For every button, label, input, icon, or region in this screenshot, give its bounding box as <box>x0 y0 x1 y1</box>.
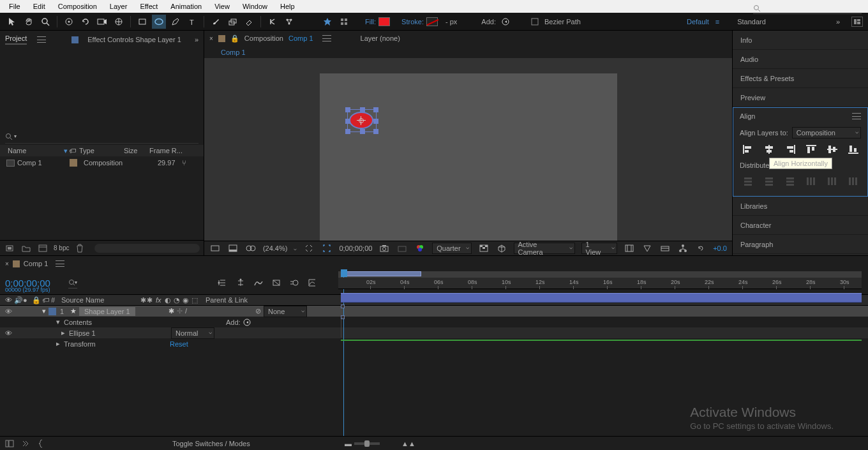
panel-libraries[interactable]: Libraries <box>733 197 868 216</box>
align-target-dropdown[interactable]: Composition <box>792 127 861 139</box>
channels-icon[interactable] <box>414 243 426 253</box>
workspace-standard[interactable]: Standard <box>737 18 766 26</box>
eraser-tool[interactable] <box>242 15 256 29</box>
type-tool[interactable]: T <box>185 15 199 29</box>
snapshot-icon[interactable] <box>378 243 390 253</box>
stroke-swatch[interactable] <box>426 17 438 26</box>
panel-info[interactable]: Info <box>733 31 868 50</box>
hand-tool[interactable] <box>22 15 36 29</box>
snap-icon[interactable] <box>337 15 351 29</box>
playhead[interactable] <box>341 269 347 277</box>
interpret-footage-icon[interactable] <box>4 243 15 253</box>
camera-dropdown[interactable]: Active Camera <box>514 243 575 254</box>
audio-col-icon[interactable]: 🔊 <box>14 296 23 304</box>
toggle-switches-icon[interactable] <box>4 439 15 449</box>
solo-col-icon[interactable]: ● <box>23 296 32 304</box>
comp-panel-menu-icon[interactable] <box>322 35 331 41</box>
resolution-dropdown[interactable]: Quarter <box>432 243 471 254</box>
panel-preview[interactable]: Preview <box>733 88 868 107</box>
panel-effects-presets[interactable]: Effects & Presets <box>733 69 868 88</box>
workspace-reset-icon[interactable] <box>851 17 863 27</box>
anchor-point-icon[interactable] <box>357 116 366 125</box>
reset-exposure-icon[interactable] <box>695 243 707 253</box>
lock-icon[interactable]: 🔒 <box>230 34 239 43</box>
layer-tab[interactable]: Layer (none) <box>361 34 400 42</box>
col-parent[interactable]: Parent & Link <box>206 296 248 304</box>
canvas[interactable] <box>320 73 617 241</box>
comp-subtab[interactable]: Comp 1 <box>221 49 246 56</box>
view-layout-dropdown[interactable]: 1 View <box>581 243 618 254</box>
zoom-level[interactable]: (24.4%) <box>263 244 288 252</box>
project-search[interactable]: ▾ <box>5 130 198 144</box>
zoom-out-icon[interactable]: ▬ <box>345 440 352 447</box>
flowchart-icon2[interactable] <box>677 243 689 253</box>
reset-link[interactable]: Reset <box>170 340 188 348</box>
viewport[interactable] <box>204 58 732 241</box>
resolution-icon[interactable] <box>303 243 315 253</box>
camera-tool[interactable] <box>95 15 109 29</box>
timecode-display[interactable]: 0;00;00;00 <box>339 244 372 252</box>
align-vcenter-icon[interactable] <box>824 142 840 156</box>
timeline-menu-icon[interactable] <box>56 260 64 267</box>
pixel-aspect-icon[interactable] <box>624 243 635 253</box>
menu-help[interactable]: Help <box>274 1 301 11</box>
delete-icon[interactable] <box>74 243 86 253</box>
mask-icon[interactable] <box>245 243 257 253</box>
menu-window[interactable]: Window <box>236 1 274 11</box>
align-hcenter-icon[interactable] <box>761 142 777 156</box>
stroke-width[interactable]: - px <box>445 18 457 26</box>
blend-mode-dropdown[interactable]: Normal <box>171 327 214 339</box>
grid-icon[interactable] <box>227 243 239 253</box>
shy-icon[interactable] <box>253 278 264 288</box>
eye-col-icon[interactable]: 👁 <box>5 296 14 304</box>
align-left-icon[interactable] <box>740 142 756 156</box>
panel-audio[interactable]: Audio <box>733 50 868 69</box>
menu-edit[interactable]: Edit <box>27 1 52 11</box>
ellipse-tool[interactable] <box>152 15 166 29</box>
ellipse-shape[interactable] <box>349 112 373 129</box>
panel-menu-icon[interactable] <box>37 36 46 43</box>
frame-blend-icon[interactable] <box>271 278 282 288</box>
comp-mini-flowchart-icon[interactable] <box>217 278 228 288</box>
lock-col-icon[interactable]: 🔒 <box>32 296 42 304</box>
layer-bar[interactable] <box>341 293 862 303</box>
brush-tool[interactable] <box>209 15 223 29</box>
graph-editor-icon[interactable] <box>306 278 318 288</box>
timeline-search[interactable]: ▾ <box>68 277 77 289</box>
menu-effect[interactable]: Effect <box>133 1 164 11</box>
close-tab-icon[interactable]: × <box>209 35 213 42</box>
motion-blur-icon[interactable] <box>288 278 300 288</box>
fast-preview-icon[interactable] <box>641 243 653 253</box>
flowchart-icon[interactable]: ⑂ <box>182 159 186 167</box>
timeline-tracks[interactable]: 02s04s06s08s10s12s14s16s18s20s22s24s26s2… <box>338 306 862 349</box>
menu-animation[interactable]: Animation <box>164 1 208 11</box>
star-icon[interactable] <box>320 15 334 29</box>
parent-dropdown[interactable]: None <box>264 306 307 317</box>
handle-sw[interactable] <box>345 129 350 134</box>
menu-view[interactable]: View <box>208 1 236 11</box>
col-framerate[interactable]: Frame R... <box>149 147 183 154</box>
fill-swatch[interactable] <box>378 17 390 26</box>
handle-ne[interactable] <box>373 107 378 112</box>
roto-tool[interactable] <box>266 15 280 29</box>
new-folder-icon[interactable] <box>20 243 32 253</box>
workspace-overflow[interactable]: » <box>836 18 840 26</box>
composition-tab-name[interactable]: Comp 1 <box>288 34 313 42</box>
col-size[interactable]: Size <box>124 147 149 154</box>
3d-view-icon[interactable] <box>496 243 507 253</box>
col-type[interactable]: Type <box>79 147 124 154</box>
toggle-switches-label[interactable]: Toggle Switches / Modes <box>172 440 250 447</box>
workspace-default[interactable]: Default <box>687 18 709 26</box>
label-color[interactable] <box>70 159 77 167</box>
rotation-tool[interactable] <box>79 15 93 29</box>
panel-paragraph[interactable]: Paragraph <box>733 235 868 254</box>
col-name[interactable]: Name <box>0 147 64 154</box>
render-queue-icon[interactable] <box>20 439 32 449</box>
search-help[interactable] <box>753 3 862 14</box>
panel-overflow[interactable]: » <box>195 36 198 43</box>
exposure-value[interactable]: +0.0 <box>713 244 727 252</box>
col-source[interactable]: Source Name <box>61 296 138 304</box>
transparency-icon[interactable] <box>478 243 490 253</box>
menu-file[interactable]: File <box>3 1 27 11</box>
timeline-tab[interactable]: Comp 1 <box>24 260 49 267</box>
